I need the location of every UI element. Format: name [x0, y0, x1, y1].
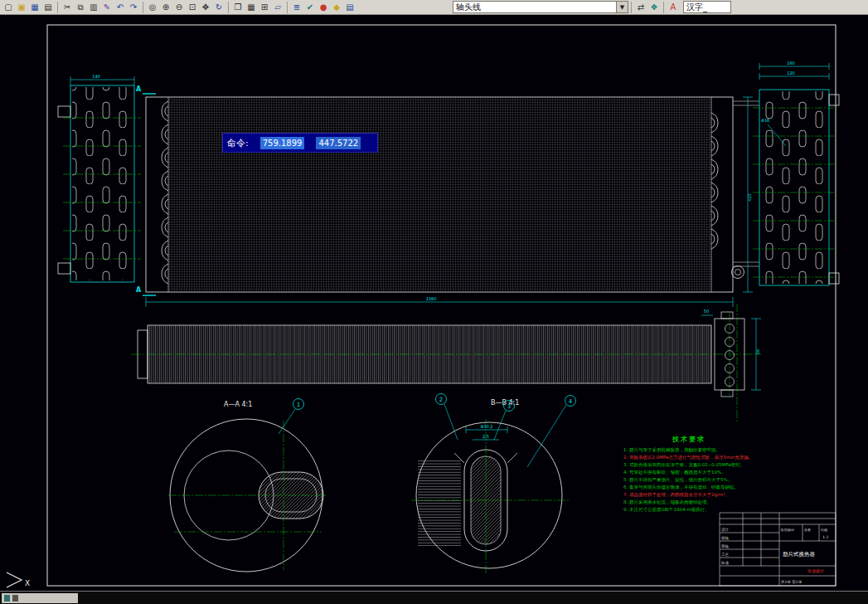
tb-red-mark: 毕业设计 — [807, 568, 824, 573]
status-bar — [0, 591, 868, 604]
palette-icon[interactable]: ❖ — [647, 1, 661, 14]
tb-scale-value: 1:2 — [822, 535, 828, 539]
tech-line: 6. 集管与管接头焊缝应饱满，不得有虚焊、砂眼等缺陷。 — [623, 484, 754, 491]
status-chip — [2, 593, 78, 603]
pan-icon[interactable]: ✥ — [199, 1, 212, 14]
swap-icon[interactable]: ⇄ — [634, 1, 647, 14]
section-label-a: A—A 4:1 — [224, 401, 252, 408]
tb-scale-label: 比例 — [821, 528, 827, 533]
toolbar-separator — [57, 2, 58, 13]
toolbar-separator — [228, 2, 229, 13]
tech-line: 4. 弯管处不得有裂纹、皱褶，椭圆度不大于10%。 — [623, 469, 754, 476]
tb-drawing-name: 肋片式换热器 — [783, 551, 816, 558]
section-mark-top: A — [136, 85, 142, 93]
ucs-x-label: X — [25, 579, 30, 587]
tech-line: 3. 试验合格后管内应吹净干燥，充氮0.02~0.05MPa密封。 — [623, 461, 754, 469]
coord-x-field[interactable]: 759.1899 — [260, 137, 305, 149]
print-icon[interactable]: ▤ — [41, 1, 55, 14]
tech-title: 技术要求 — [623, 435, 754, 444]
line-style-value: 轴头线 — [453, 2, 616, 13]
coord-y-field[interactable]: 447.5722 — [316, 137, 361, 149]
tb-craft: 工艺 — [721, 552, 730, 557]
dimension-label: 1380 — [426, 296, 437, 301]
coil-front-view: A A 1380 420 — [136, 85, 759, 307]
copy-icon[interactable]: ⧉ — [74, 1, 87, 14]
toolbar-separator — [143, 2, 143, 13]
tile-window-icon[interactable]: ▦ — [245, 1, 258, 14]
chevron-down-icon[interactable]: ▼ — [616, 2, 628, 12]
status-mark-icon — [4, 595, 10, 602]
line-style-combo[interactable]: 轴头线 ▼ — [453, 1, 628, 13]
layers-icon[interactable]: ≣ — [290, 1, 303, 14]
tech-line: 5. 翅片不得有严重倒片、划伤，倒片面积不大于5%。 — [623, 476, 754, 484]
title-block: 设计 校核 审核 工艺 批准 阶段标记 质量 比例 1:2 肋片式换热器 共1张… — [720, 513, 836, 586]
new-window-icon[interactable]: ❐ — [231, 1, 245, 14]
tech-line: 1. 翅片与管子采用机械胀接，接触应紧密牢固。 — [623, 446, 754, 454]
tb-check: 校核 — [721, 536, 730, 540]
dimension-label: 160 — [787, 61, 795, 66]
zoom-window-icon[interactable]: ⊡ — [186, 1, 199, 14]
color-dot-icon[interactable]: ● — [317, 1, 330, 14]
tb-stage: 阶段标记 — [781, 528, 794, 533]
balloon-4: 4 — [569, 398, 573, 405]
paste-icon[interactable]: ▥ — [87, 1, 100, 14]
dimension-label: 50 — [704, 309, 709, 314]
section-mark-bottom: A — [136, 286, 142, 294]
redraw-icon[interactable]: ↻ — [212, 1, 225, 14]
tb-approve: 批准 — [720, 561, 730, 565]
tech-requirements: 技术要求 1. 翅片与管子采用机械胀接，接触应紧密牢固。 2. 管路系统以2.0… — [623, 435, 754, 514]
detail-a-view: A—A 4:1 1 — [168, 399, 326, 572]
toolbar-separator — [663, 2, 664, 13]
command-label: 命令: — [223, 137, 254, 149]
tb-design: 设计 — [721, 527, 730, 532]
status-mark-icon — [12, 595, 18, 602]
snap-icon[interactable]: ◆ — [330, 1, 343, 14]
open-icon[interactable]: ▣ — [15, 1, 28, 14]
text-style-combo[interactable]: 汉字_ — [683, 1, 731, 13]
tb-review: 审核 — [721, 544, 730, 548]
drawing-canvas[interactable]: 140 — [0, 15, 868, 591]
balloon-1: 1 — [297, 402, 300, 408]
visibility-check-icon[interactable]: ✔ — [303, 1, 317, 14]
toolbar-separator — [287, 2, 288, 13]
tech-line: 7. 成品需经烘干处理，内部残留水分不大于2g/m³。 — [623, 491, 754, 499]
tb-sheet: 共1张 第1张 — [781, 580, 803, 584]
dimension-label: Φ16 — [761, 118, 769, 123]
dimension-label: Φ10.2 — [480, 424, 492, 429]
detail-b-view: Φ10.2 2.5 B—B 4:1 2 3 4 — [411, 394, 576, 574]
zoom-all-icon[interactable]: ◎ — [146, 1, 159, 14]
right-u-bends — [711, 113, 718, 249]
text-style-value: 汉字_ — [684, 2, 730, 13]
dimension-label: 66 — [755, 349, 760, 354]
text-style-icon[interactable]: A — [667, 1, 680, 14]
tb-mass: 质量 — [804, 528, 811, 532]
tech-line: 2. 管路系统以2.0MPa压力进行气密性试验，保压5min无泄漏。 — [623, 454, 754, 461]
save-icon[interactable]: ▦ — [28, 1, 41, 14]
toolbar-separator — [631, 2, 632, 13]
cad-application-window: ▢ ▣ ▦ ▤ ✂ ⧉ ▥ ✎ ↶ ↷ ◎ ⊕ ⊖ ⊡ ✥ ↻ ❐ ▦ ⊞ ▱ … — [0, 0, 868, 604]
right-panel-view: 160 120 Φ16 — [753, 61, 839, 285]
zoom-in-icon[interactable]: ⊕ — [159, 1, 172, 14]
cut-icon[interactable]: ✂ — [61, 1, 74, 14]
redo-icon[interactable]: ↷ — [127, 1, 140, 14]
format-painter-icon[interactable]: ✎ — [100, 1, 114, 14]
undo-icon[interactable]: ↶ — [114, 1, 127, 14]
tech-line: 8. 翅片采用亲水铝箔，端板表面镀锌处理。 — [623, 499, 754, 506]
toolbar: ▢ ▣ ▦ ▤ ✂ ⧉ ▥ ✎ ↶ ↷ ◎ ⊕ ⊖ ⊡ ✥ ↻ ❐ ▦ ⊞ ▱ … — [0, 0, 868, 15]
dimension-label: 2.5 — [482, 434, 489, 439]
section-label-b: B—B 4:1 — [491, 399, 519, 407]
command-overlay: 命令: 759.1899 447.5722 — [222, 133, 378, 153]
tech-line: 9. 未注尺寸公差按GB/T 1804-m级执行。 — [623, 506, 754, 514]
left-panel-view: 140 — [58, 74, 141, 282]
table-icon[interactable]: ⊞ — [258, 1, 271, 14]
ole-object-icon[interactable]: ▱ — [271, 1, 284, 14]
sheet-icon[interactable]: ▤ — [343, 1, 356, 14]
dimension-label: 420 — [747, 193, 752, 202]
ucs-icon: X — [7, 572, 30, 587]
left-u-bends — [162, 101, 168, 284]
dimension-label: 120 — [787, 71, 795, 76]
balloon-2: 2 — [439, 397, 443, 403]
new-document-icon[interactable]: ▢ — [2, 1, 15, 14]
zoom-out-icon[interactable]: ⊖ — [172, 1, 186, 14]
balloon-3: 3 — [507, 403, 511, 410]
